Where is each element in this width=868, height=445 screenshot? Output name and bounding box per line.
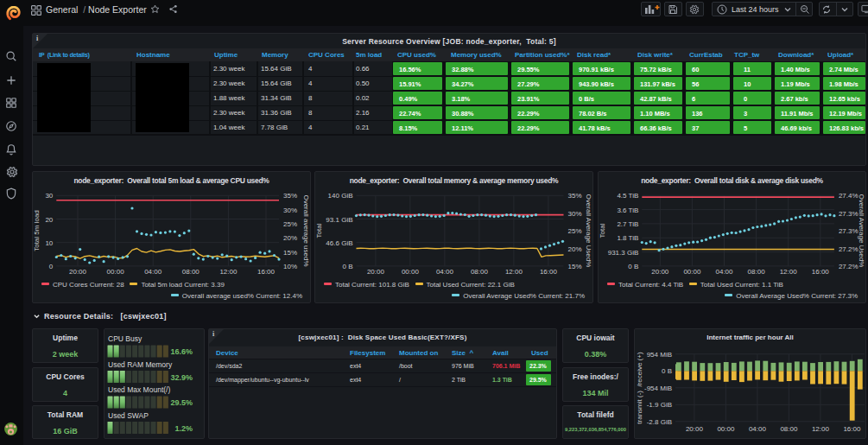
svg-text:140 GiB: 140 GiB xyxy=(328,192,353,200)
svg-text:Total 5m load: Total 5m load xyxy=(33,210,41,251)
svg-text:transmit (-) /receive (+): transmit (-) /receive (+) xyxy=(636,352,643,424)
svg-text:Total: Total xyxy=(315,223,323,238)
svg-text:20%: 20% xyxy=(568,245,582,253)
svg-text:12:00: 12:00 xyxy=(219,268,238,276)
svg-text:4.5 TiB: 4.5 TiB xyxy=(617,192,638,200)
svg-text:20:00: 20:00 xyxy=(686,425,704,433)
svg-text:12:00: 12:00 xyxy=(780,268,798,276)
svg-text:29.5%: 29.5% xyxy=(170,398,193,407)
svg-text:Overall average used%: Overall average used% xyxy=(302,194,310,266)
svg-text:Used SWAP: Used SWAP xyxy=(108,411,149,420)
svg-text:954 MiB: 954 MiB xyxy=(647,351,672,359)
svg-text:04:00: 04:00 xyxy=(715,268,733,276)
svg-text:12:00: 12:00 xyxy=(812,425,830,433)
svg-text:16.6%: 16.6% xyxy=(170,347,193,356)
svg-text:04:00: 04:00 xyxy=(144,268,162,276)
svg-text:08:00: 08:00 xyxy=(182,268,200,276)
svg-text:27.4%: 27.4% xyxy=(839,192,858,200)
svg-text:35%: 35% xyxy=(568,192,582,200)
svg-text:0 B: 0 B xyxy=(628,263,638,270)
svg-text:00:00: 00:00 xyxy=(107,268,125,276)
svg-text:20:00: 20:00 xyxy=(651,268,669,276)
svg-text:3.6 TiB: 3.6 TiB xyxy=(617,207,638,214)
svg-text:27.3%: 27.3% xyxy=(839,227,858,235)
svg-text:Overall Average Used%: Overall Average Used% xyxy=(858,194,865,268)
svg-text:30%: 30% xyxy=(283,207,297,214)
svg-text:30: 30 xyxy=(45,192,53,200)
svg-text:25%: 25% xyxy=(568,227,582,235)
svg-text:1.8 TiB: 1.8 TiB xyxy=(617,234,638,242)
svg-text:93.1 GiB: 93.1 GiB xyxy=(326,216,352,224)
svg-text:15%: 15% xyxy=(568,263,582,270)
svg-text:2.7 TiB: 2.7 TiB xyxy=(617,220,638,228)
svg-text:Overall Average Used%: Overall Average Used% xyxy=(585,194,592,268)
svg-text:1.2%: 1.2% xyxy=(174,424,193,433)
svg-text:46.6 GiB: 46.6 GiB xyxy=(326,239,352,247)
svg-text:30%: 30% xyxy=(568,210,582,218)
svg-text:20%: 20% xyxy=(283,234,297,242)
svg-text:16:00: 16:00 xyxy=(843,425,861,433)
svg-text:Total: Total xyxy=(599,223,606,238)
svg-text:-954 MiB: -954 MiB xyxy=(644,385,672,392)
svg-text:16:00: 16:00 xyxy=(257,268,276,276)
svg-text:04:00: 04:00 xyxy=(749,425,767,433)
svg-text:04:00: 04:00 xyxy=(436,268,454,276)
svg-text:0 B: 0 B xyxy=(662,367,672,375)
svg-text:08:00: 08:00 xyxy=(780,425,798,433)
svg-text:0: 0 xyxy=(49,263,54,270)
svg-text:27.2%: 27.2% xyxy=(839,263,858,270)
svg-text:16:00: 16:00 xyxy=(540,268,558,276)
svg-text:20: 20 xyxy=(45,216,53,224)
svg-text:35%: 35% xyxy=(283,192,297,200)
svg-text:08:00: 08:00 xyxy=(471,268,489,276)
svg-text:15%: 15% xyxy=(283,249,297,257)
svg-text:931.3 GiB: 931.3 GiB xyxy=(608,249,639,257)
svg-text:Used Max Mount(/): Used Max Mount(/) xyxy=(108,385,170,394)
svg-text:16:00: 16:00 xyxy=(812,268,830,276)
svg-text:10: 10 xyxy=(45,239,53,247)
svg-text:27.3%: 27.3% xyxy=(839,210,858,218)
svg-text:27.2%: 27.2% xyxy=(839,245,858,253)
svg-text:32.9%: 32.9% xyxy=(170,373,193,382)
svg-text:00:00: 00:00 xyxy=(683,268,701,276)
svg-text:CPU Busy: CPU Busy xyxy=(108,334,143,343)
svg-text:00:00: 00:00 xyxy=(402,268,420,276)
svg-text:0 B: 0 B xyxy=(342,263,352,270)
svg-text:00:00: 00:00 xyxy=(717,425,735,433)
svg-text:-1.9 GiB: -1.9 GiB xyxy=(647,401,672,409)
svg-text:-2.8 GiB: -2.8 GiB xyxy=(647,418,672,426)
svg-text:12:00: 12:00 xyxy=(505,268,523,276)
svg-text:20:00: 20:00 xyxy=(367,268,385,276)
svg-text:Used RAM Memory: Used RAM Memory xyxy=(108,360,173,369)
svg-text:20:00: 20:00 xyxy=(69,268,87,276)
svg-text:10%: 10% xyxy=(283,263,297,270)
svg-text:08:00: 08:00 xyxy=(748,268,766,276)
svg-text:25%: 25% xyxy=(283,220,297,228)
